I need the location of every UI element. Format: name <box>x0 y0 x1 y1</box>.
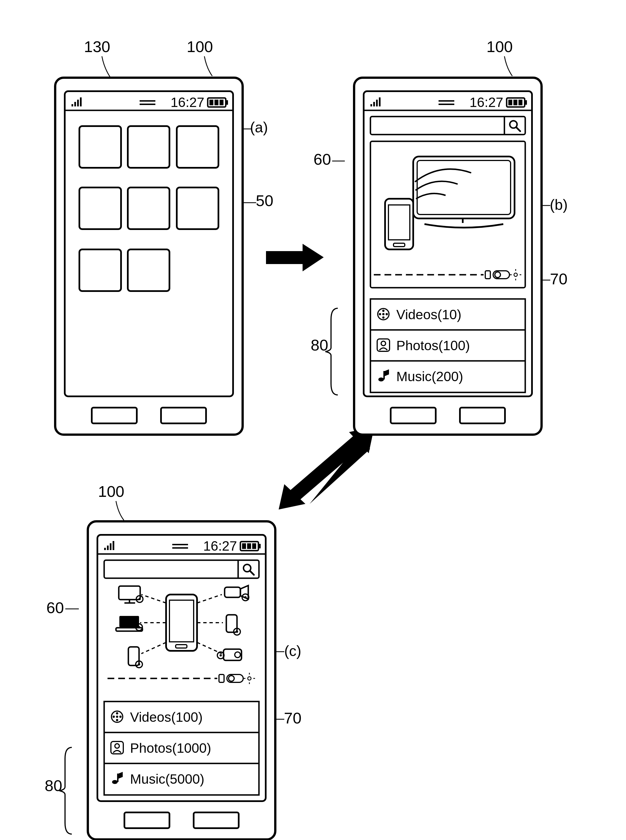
panel-b-label: (b) <box>550 197 568 213</box>
figure: 130 100 (a) 50 100 (b) 60 70 80 100 (c) … <box>0 0 626 840</box>
phone-c: 16:27 <box>88 521 275 840</box>
music-row[interactable]: Music(200) <box>396 369 463 384</box>
ref-50: 50 <box>256 192 273 210</box>
ref-60-c: 60 <box>47 599 64 616</box>
svg-rect-55 <box>385 199 413 249</box>
phone-a: 16:27 <box>55 78 243 435</box>
ref-130: 130 <box>84 38 110 55</box>
ref-60-b: 60 <box>313 150 331 168</box>
screen[interactable] <box>65 91 233 396</box>
status-time: 16:27 <box>470 95 503 110</box>
phone-b: 16:27 Videos(10) Photos(100) <box>354 78 541 435</box>
screen[interactable] <box>97 535 266 801</box>
status-time: 16:27 <box>203 538 237 554</box>
status-time: 16:27 <box>171 95 204 110</box>
ref-100-c: 100 <box>98 482 124 500</box>
photos-row[interactable]: Photos(1000) <box>130 741 211 756</box>
music-row[interactable]: Music(5000) <box>130 771 204 787</box>
arrow-b-to-c2 <box>279 427 374 510</box>
svg-rect-41 <box>266 251 303 264</box>
videos-icon <box>111 711 123 722</box>
ref-100-b: 100 <box>487 38 513 55</box>
panel-a-label: (a) <box>250 119 268 135</box>
videos-row[interactable]: Videos(10) <box>396 307 461 322</box>
ref-80-c: 80 <box>45 777 62 795</box>
photos-row[interactable]: Photos(100) <box>396 338 470 353</box>
svg-marker-42 <box>303 244 324 271</box>
videos-row[interactable]: Videos(100) <box>130 710 203 724</box>
ref-70-c: 70 <box>284 709 302 727</box>
ref-70-b: 70 <box>550 270 567 288</box>
svg-line-44 <box>291 438 362 498</box>
ref-100-a: 100 <box>186 38 213 55</box>
panel-c-label: (c) <box>284 643 302 659</box>
arrow-a-to-b <box>266 244 324 271</box>
videos-icon <box>378 308 389 320</box>
